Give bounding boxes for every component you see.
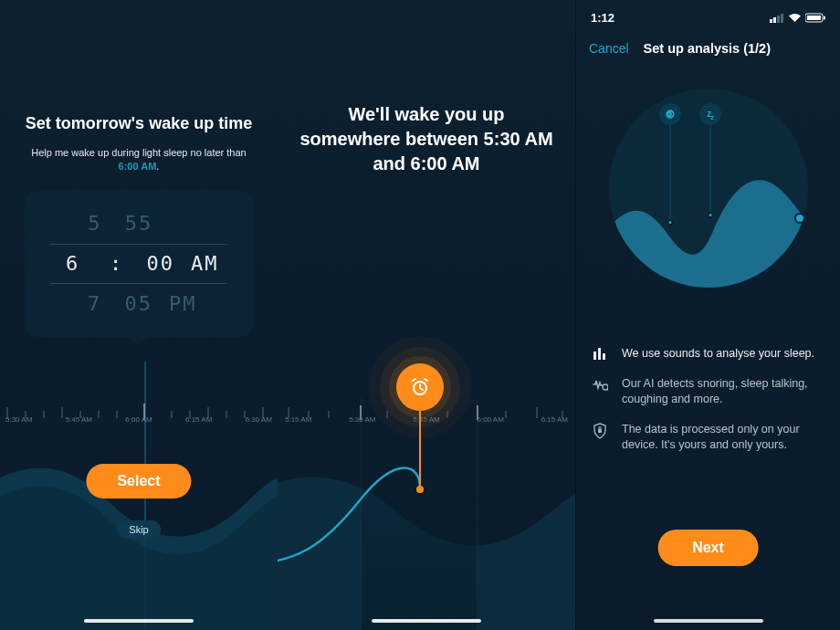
alarm-anchor-dot-icon bbox=[416, 486, 424, 493]
zzz-icon: zz bbox=[699, 103, 721, 125]
home-indicator-icon[interactable] bbox=[654, 619, 763, 623]
home-indicator-icon[interactable] bbox=[372, 619, 481, 623]
svg-rect-39 bbox=[598, 429, 602, 433]
svg-point-34 bbox=[668, 113, 670, 115]
wifi-icon bbox=[788, 13, 802, 23]
cellular-icon bbox=[770, 13, 784, 23]
bullet-sounds: We use sounds to analyse your sleep. bbox=[591, 346, 825, 362]
svg-rect-35 bbox=[593, 352, 596, 360]
alarm-stem-line bbox=[419, 409, 421, 489]
nav-bar: Cancel Set up analysis (1/2) bbox=[576, 28, 840, 56]
sleep-curve-icon bbox=[278, 427, 575, 628]
picker-next-hour: 7 bbox=[81, 292, 109, 315]
svg-rect-29 bbox=[781, 14, 783, 23]
next-button[interactable]: Next bbox=[657, 530, 759, 566]
picker-min: 00 bbox=[147, 252, 175, 275]
picker-prev-hour: 5 bbox=[81, 212, 109, 235]
bullet-ai: Our AI detects snoring, sleep talking, c… bbox=[591, 376, 825, 407]
event-pin-snore bbox=[669, 114, 671, 222]
picker-pointer-icon bbox=[130, 337, 148, 346]
bullet-privacy: The data is processed only on your devic… bbox=[591, 422, 825, 453]
ruler-labels: 5:30 AM 5:45 AM 6:00 AM 6:15 AM 6:30 AM bbox=[0, 415, 278, 424]
nav-title: Set up analysis (1/2) bbox=[644, 41, 771, 56]
svg-point-33 bbox=[666, 110, 674, 118]
ruler-label: 6:15 AM bbox=[185, 415, 212, 424]
ruler-label: 6:00 AM bbox=[125, 415, 152, 424]
svg-rect-37 bbox=[603, 353, 605, 360]
battery-icon bbox=[805, 13, 825, 23]
screen-setup-analysis: 1:12 Cancel Set up analysis (1/2) zz bbox=[575, 0, 840, 630]
bullet-text: The data is processed only on your devic… bbox=[622, 422, 825, 453]
cancel-button[interactable]: Cancel bbox=[589, 41, 629, 56]
shield-lock-icon bbox=[591, 422, 609, 439]
skip-button[interactable]: Skip bbox=[116, 520, 161, 539]
ruler-label: 5:45 AM bbox=[66, 415, 92, 424]
ai-detect-icon bbox=[591, 376, 609, 392]
screen-set-wake-time: Set tomorrow's wake up time Help me wake… bbox=[0, 0, 278, 630]
event-pin-sleep: zz bbox=[709, 114, 711, 215]
svg-rect-27 bbox=[773, 17, 776, 23]
svg-rect-36 bbox=[598, 348, 601, 360]
snore-icon bbox=[659, 103, 681, 125]
picker-next-min: 05 bbox=[125, 292, 153, 315]
curve-end-dot-icon bbox=[794, 213, 805, 224]
bullet-text: Our AI detects snoring, sleep talking, c… bbox=[622, 376, 825, 407]
ruler-label: 6:00 AM bbox=[477, 415, 503, 424]
pin-dot-icon bbox=[707, 212, 713, 218]
bars-icon bbox=[591, 346, 609, 360]
select-button[interactable]: Select bbox=[86, 464, 191, 499]
screen-wake-range: We'll wake you up somewhere between 5:30… bbox=[278, 0, 575, 630]
picker-row-selected[interactable]: 6 : 00 AM bbox=[50, 244, 227, 284]
status-icons bbox=[770, 13, 825, 23]
svg-rect-26 bbox=[770, 19, 772, 23]
alarm-clock-icon bbox=[396, 363, 444, 411]
svg-rect-28 bbox=[777, 16, 780, 23]
ruler-label: 5:30 AM bbox=[349, 415, 375, 424]
bullet-list: We use sounds to analyse your sleep. Our… bbox=[591, 346, 825, 452]
analysis-illustration: zz bbox=[609, 89, 808, 288]
subtitle-suffix: . bbox=[156, 161, 159, 172]
ruler-label: 6:15 AM bbox=[541, 415, 568, 424]
ruler-label: 5:15 AM bbox=[285, 415, 311, 424]
page-title: We'll wake you up somewhere between 5:30… bbox=[278, 102, 575, 176]
subtitle: Help me wake up during light sleep no la… bbox=[0, 146, 278, 174]
subtitle-prefix: Help me wake up during light sleep no la… bbox=[31, 147, 246, 158]
ruler-label: 5:45 AM bbox=[413, 415, 439, 424]
subtitle-time: 6:00 AM bbox=[119, 161, 157, 172]
picker-row-next[interactable]: 7 05 PM bbox=[25, 284, 253, 324]
svg-rect-31 bbox=[807, 16, 821, 20]
picker-row-prev[interactable]: 5 55 bbox=[25, 204, 253, 244]
ruler-labels: 5:15 AM 5:30 AM 5:45 AM 6:00 AM 6:15 AM bbox=[278, 415, 575, 424]
time-picker[interactable]: 5 55 6 : 00 AM 7 05 PM bbox=[25, 191, 253, 337]
home-indicator-icon[interactable] bbox=[84, 619, 194, 623]
pin-dot-icon bbox=[667, 219, 673, 226]
status-bar: 1:12 bbox=[576, 0, 840, 28]
picker-hour: 6 bbox=[59, 252, 87, 275]
status-time: 1:12 bbox=[591, 11, 614, 25]
picker-spacer bbox=[169, 212, 196, 235]
ruler-label: 6:30 AM bbox=[246, 415, 272, 424]
ruler-label: 5:30 AM bbox=[5, 415, 32, 424]
svg-rect-32 bbox=[824, 16, 825, 20]
bullet-text: We use sounds to analyse your sleep. bbox=[622, 346, 814, 362]
picker-prev-min: 55 bbox=[125, 212, 153, 235]
picker-next-ampm: PM bbox=[169, 292, 197, 315]
picker-colon: : bbox=[103, 252, 131, 275]
page-title: Set tomorrow's wake up time bbox=[0, 114, 278, 133]
picker-ampm: AM bbox=[191, 252, 219, 275]
